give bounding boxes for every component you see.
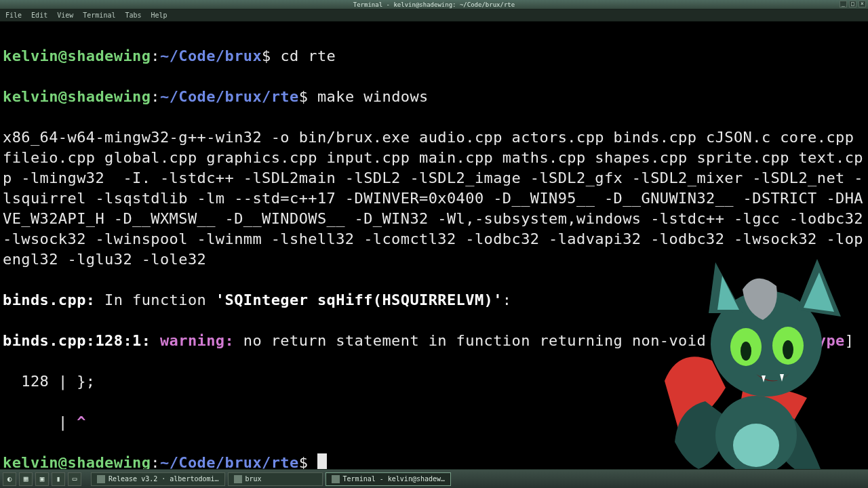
warn-location-pos: binds.cpp:128:1: bbox=[3, 332, 160, 349]
folder-icon bbox=[234, 475, 242, 483]
menubar: File Edit View Terminal Tabs Help bbox=[0, 9, 868, 22]
warning-tag: warning: bbox=[160, 332, 243, 349]
menu-file[interactable]: File bbox=[5, 12, 22, 19]
menu-tabs[interactable]: Tabs bbox=[125, 12, 141, 19]
menu-terminal[interactable]: Terminal bbox=[83, 12, 115, 19]
menu-help[interactable]: Help bbox=[151, 12, 167, 19]
menu-edit[interactable]: Edit bbox=[31, 12, 47, 19]
file-manager-launcher-icon[interactable]: ▦ bbox=[19, 472, 33, 486]
command-cd: cd rte bbox=[280, 47, 336, 64]
prompt-userhost: kelvin@shadewing bbox=[3, 454, 151, 469]
app-icon bbox=[97, 475, 105, 483]
window-minimize-button[interactable]: _ bbox=[840, 1, 847, 7]
taskbar-item-brux[interactable]: brux bbox=[228, 472, 323, 486]
prompt-userhost: kelvin@shadewing bbox=[3, 88, 151, 105]
warn-location: binds.cpp: bbox=[3, 291, 95, 308]
prompt-userhost: kelvin@shadewing bbox=[3, 47, 151, 64]
window-maximize-button[interactable]: □ bbox=[849, 1, 856, 7]
window-close-button[interactable]: × bbox=[859, 1, 866, 7]
warning-flag: -Wreturn-type bbox=[724, 332, 844, 349]
taskbar-item-terminal[interactable]: Terminal - kelvin@shadew… bbox=[326, 472, 452, 486]
show-desktop-icon[interactable]: ▭ bbox=[68, 472, 81, 486]
terminal-body[interactable]: kelvin@shadewing:~/Code/brux$ cd rte kel… bbox=[0, 22, 868, 469]
desktop-taskbar: ◐ ▦ ▣ ▮ ▭ Release v3.2 · albertodomi… br… bbox=[0, 469, 868, 488]
taskbar-item-release[interactable]: Release v3.2 · albertodomi… bbox=[91, 472, 225, 486]
window-title: Terminal - kelvin@shadewing: ~/Code/brux… bbox=[353, 1, 515, 8]
warn-caret: ^ bbox=[77, 413, 86, 430]
browser-launcher-icon[interactable]: ▣ bbox=[35, 472, 49, 486]
window-titlebar: Terminal - kelvin@shadewing: ~/Code/brux… bbox=[0, 0, 868, 9]
start-menu-button[interactable]: ◐ bbox=[3, 472, 16, 486]
prompt-path: ~/Code/brux/rte bbox=[160, 454, 299, 469]
terminal-cursor bbox=[317, 453, 327, 469]
terminal-launcher-icon[interactable]: ▮ bbox=[52, 472, 65, 486]
menu-view[interactable]: View bbox=[57, 12, 73, 19]
terminal-icon bbox=[332, 475, 340, 483]
warn-source-line: 128 | }; bbox=[3, 371, 865, 392]
compiler-invocation: x86_64-w64-mingw32-g++-win32 -o bin/brux… bbox=[3, 127, 865, 270]
prompt-path: ~/Code/brux/rte bbox=[160, 88, 299, 105]
command-make: make windows bbox=[317, 88, 429, 105]
prompt-path: ~/Code/brux bbox=[160, 47, 262, 64]
